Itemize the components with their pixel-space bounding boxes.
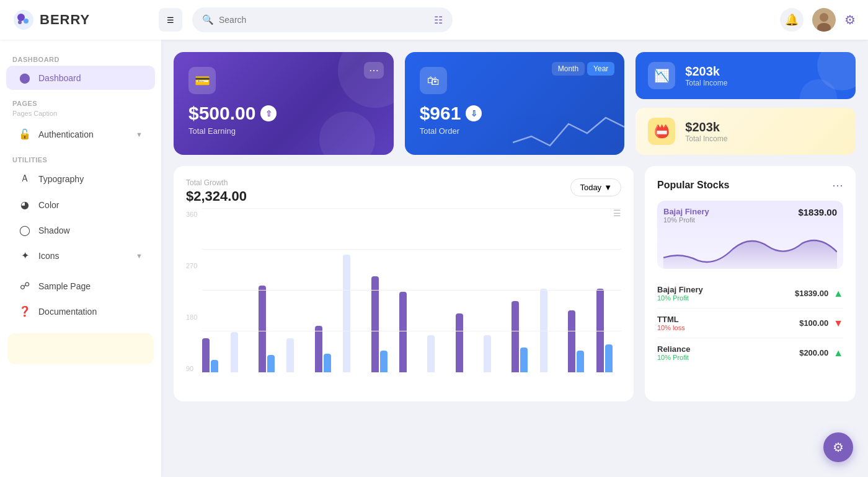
chart-header: Total Growth $2,324.00 Today ▼ [186,178,621,204]
featured-mini-chart-svg [663,227,837,269]
sample-page-icon: ☍ [19,280,31,292]
bar-group-7 [371,276,396,372]
trend-up-icon: ▲ [833,288,843,299]
chart-menu-icon[interactable]: ☰ [613,208,621,218]
order-tabs: Month Year [552,62,615,76]
order-wave-chart [513,105,624,155]
bar-group-4 [286,338,311,372]
search-input[interactable] [219,15,429,25]
logo: BERRY [12,9,149,31]
month-tab[interactable]: Month [552,62,585,76]
stock-row-2: Reliance 10% Profit $200.00 ▲ [657,338,843,367]
earning-trend-icon: ⇧ [260,105,277,121]
shadow-icon: ◯ [19,224,31,236]
bar-group-11 [484,335,508,372]
stocks-title: Popular Stocks [657,180,729,191]
income-yellow-amount: $203k [685,120,727,134]
svg-point-3 [18,20,22,24]
documentation-icon: ❓ [19,305,31,317]
typography-icon: Ａ [19,172,31,185]
dashboard-icon: ⬤ [19,72,31,84]
filter-icon-button[interactable]: ☷ [434,14,443,26]
order-card-icon: 🛍 [420,67,447,94]
sidebar-item-icons[interactable]: ✦ Icons ▼ [6,243,155,268]
featured-stock-name: Bajaj Finery [663,207,709,216]
bar-group-3 [259,286,283,372]
sidebar-item-color[interactable]: ◕ Color [6,193,155,217]
sidebar-dashboard-label: Dashboard [38,73,81,83]
stock-price: $1839.00 [795,289,828,298]
stock-name: Bajaj Finery [657,285,703,294]
settings-button[interactable]: ⚙ [844,12,856,27]
bell-icon: 🔔 [785,13,799,27]
header: BERRY ☰ 🔍 ☷ 🔔 ⚙ [0,0,868,40]
income-blue-amount: $203k [685,64,727,79]
color-icon: ◕ [19,199,31,211]
search-icon: 🔍 [202,14,214,25]
sidebar-item-sample-page[interactable]: ☍ Sample Page [6,274,155,298]
trend-up-icon: ▲ [833,348,843,359]
sidebar-item-shadow[interactable]: ◯ Shadow [6,218,155,242]
sidebar-item-dashboard[interactable]: ⬤ Dashboard [6,66,155,90]
sidebar-typography-label: Typography [38,174,84,184]
featured-stock-profit: 10% Profit [663,216,709,224]
year-tab[interactable]: Year [587,62,614,76]
income-blue-icon: 📉 [648,62,675,89]
hamburger-button[interactable]: ☰ [159,8,182,32]
stock-sub: 10% Profit [657,354,690,361]
income-card-yellow: 📛 $203k Total Income [636,108,856,155]
fab-settings[interactable]: ⚙ [823,432,853,462]
gear-icon: ⚙ [844,13,856,27]
stock-row-0: Bajaj Finery 10% Profit $1839.00 ▲ [657,279,843,309]
stocks-header: Popular Stocks ⋯ [657,178,843,192]
sidebar: Dashboard ⬤ Dashboard Pages Pages Captio… [0,40,161,477]
chart-title: Total Growth [186,178,247,187]
top-cards: 💳 ⋯ $500.00 ⇧ Total Earning 🛍 Month Year… [174,52,856,155]
period-selector[interactable]: Today ▼ [570,178,621,196]
svg-point-1 [17,14,25,21]
earning-label: Total Earning [188,126,379,136]
stock-rows: Bajaj Finery 10% Profit $1839.00 ▲ TTML … [657,279,843,367]
income-cards: 📉 $203k Total Income 📛 $203k Total Incom… [636,52,856,155]
pages-caption: Pages Caption [0,108,161,121]
stock-featured-chart: Bajaj Finery 10% Profit $1839.00 [657,201,843,269]
stock-row-1: TTML 10% loss $100.00 ▼ [657,309,843,338]
trend-down-icon: ▼ [833,318,843,329]
sidebar-footer-card [7,333,154,364]
bar-group-1 [202,338,227,372]
sidebar-docs-label: Documentation [38,307,97,317]
pages-section-label: Pages [0,96,161,108]
avatar[interactable] [812,8,836,32]
main-content: 💳 ⋯ $500.00 ⇧ Total Earning 🛍 Month Year… [161,40,868,477]
bar-group-8 [399,292,424,372]
svg-point-5 [820,13,828,22]
svg-point-2 [24,19,29,24]
chart-amount: $2,324.00 [186,188,247,204]
y-label-180: 180 [186,313,197,321]
sidebar-item-documentation[interactable]: ❓ Documentation [6,299,155,323]
utilities-section-label: Utilities [0,152,161,165]
order-card: 🛍 Month Year $961 ⇩ Total Order [405,52,625,155]
app-name: BERRY [40,12,90,28]
chevron-icon: ▼ [604,183,612,192]
income-card-blue: 📉 $203k Total Income [636,52,856,99]
stock-sub: 10% Profit [657,294,703,302]
logo-icon [12,9,35,31]
earning-more-button[interactable]: ⋯ [364,62,384,79]
income-blue-label: Total Income [685,79,727,87]
sidebar-item-typography[interactable]: Ａ Typography [6,166,155,191]
auth-icon: 🔓 [19,128,31,140]
order-trend-icon: ⇩ [466,105,482,121]
bottom-row: Total Growth $2,324.00 Today ▼ 360 270 1… [174,166,856,401]
stock-price: $100.00 [799,318,828,328]
stock-sub: 10% loss [657,324,685,331]
period-label: Today [580,183,601,192]
notification-button[interactable]: 🔔 [780,8,804,32]
bar-group-9 [427,335,452,372]
main-layout: Dashboard ⬤ Dashboard Pages Pages Captio… [0,40,868,477]
income-yellow-label: Total Income [685,134,727,143]
sidebar-item-authentication[interactable]: 🔓 Authentication ▼ [6,122,155,146]
stocks-more-button[interactable]: ⋯ [832,178,843,192]
search-bar: 🔍 ☷ [192,7,453,32]
income-yellow-icon: 📛 [648,118,675,145]
